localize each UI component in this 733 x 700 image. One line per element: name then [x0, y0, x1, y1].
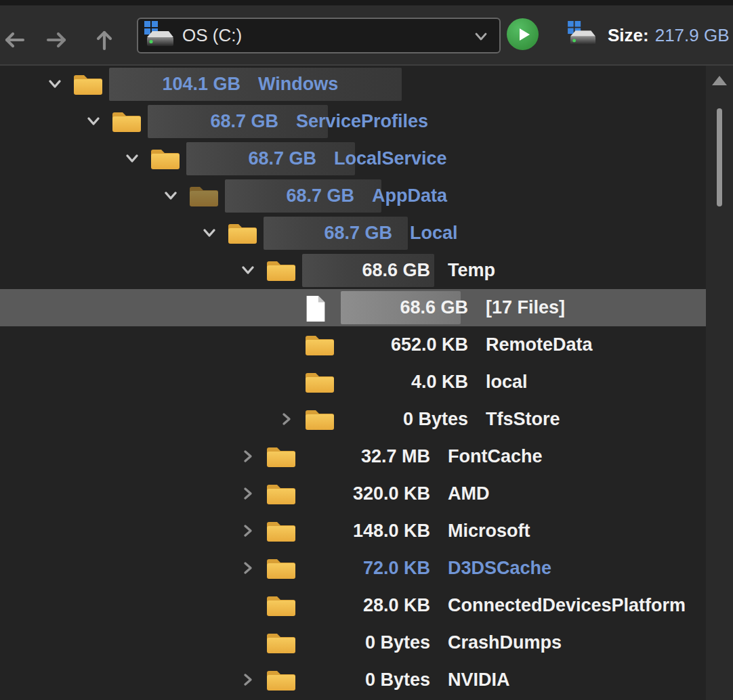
tree-row[interactable]: 104.1 GBWindows	[0, 66, 706, 103]
row-size: 4.0 KB	[411, 364, 468, 401]
row-name: AppData	[372, 177, 447, 215]
folder-icon	[266, 518, 297, 546]
folder-icon	[266, 667, 297, 695]
chevron-collapsed-icon[interactable]	[277, 410, 296, 429]
arrow-up-icon	[98, 32, 110, 49]
chevron-expanded-icon[interactable]	[238, 261, 257, 280]
arrow-right-icon	[48, 34, 64, 46]
row-size: 68.6 GB	[362, 252, 430, 289]
chevron-collapsed-icon[interactable]	[238, 559, 257, 577]
arrow-left-icon	[7, 34, 23, 46]
start-scan-button[interactable]	[507, 18, 539, 50]
tree-row[interactable]: 68.7 GBLocalService	[0, 140, 706, 177]
row-name: ConnectedDevicesPlatform	[448, 587, 686, 624]
row-name: AMD	[448, 475, 490, 512]
toolbar: OS (C:) Size: 217.9 GB	[0, 5, 733, 66]
folder-tree: 104.1 GBWindows68.7 GBServiceProfiles68.…	[0, 66, 706, 700]
chevron-down-icon	[472, 28, 490, 48]
tree-row[interactable]: 32.7 MBFontCache	[0, 438, 706, 475]
folder-icon	[266, 443, 297, 472]
row-name: ServiceProfiles	[296, 103, 428, 140]
size-summary: Size: 217.9 GB	[568, 19, 730, 51]
tree-row[interactable]: 28.0 KBConnectedDevicesPlatform	[0, 587, 706, 624]
drive-selector-value: OS (C:)	[182, 25, 242, 46]
row-name: LocalService	[334, 140, 447, 177]
row-name: TfsStore	[486, 401, 560, 438]
tree-row[interactable]: 68.7 GBServiceProfiles	[0, 103, 706, 140]
row-name: local	[486, 364, 528, 401]
tree-row[interactable]: 0 BytesCrashDumps	[0, 624, 706, 661]
usage-bar	[109, 68, 402, 101]
tree-row[interactable]: 0 BytesNVIDIA	[0, 661, 706, 699]
row-size: 0 Bytes	[365, 661, 430, 699]
row-name: [17 Files]	[486, 289, 565, 326]
row-name: RemoteData	[486, 326, 593, 364]
folder-icon	[304, 406, 335, 435]
triangle-up-icon	[712, 76, 727, 85]
drive-icon	[568, 21, 598, 51]
chevron-collapsed-icon[interactable]	[238, 670, 257, 689]
chevron-collapsed-icon[interactable]	[238, 521, 257, 540]
chevron-collapsed-icon[interactable]	[238, 484, 257, 503]
row-size: 28.0 KB	[363, 587, 430, 624]
row-size: 652.0 KB	[391, 326, 468, 364]
row-name: Microsoft	[448, 512, 530, 550]
folder-icon	[304, 332, 335, 360]
row-name: Temp	[448, 252, 495, 289]
folder-icon	[111, 108, 142, 137]
tree-row[interactable]: 68.6 GB[17 Files]	[0, 289, 706, 326]
row-name: D3DSCache	[448, 550, 551, 587]
tree-row[interactable]: 652.0 KBRemoteData	[0, 326, 706, 364]
forward-button[interactable]	[45, 28, 69, 52]
chevron-expanded-icon[interactable]	[123, 149, 142, 168]
row-size: 148.0 KB	[353, 512, 430, 550]
tree-row[interactable]: 68.7 GBAppData	[0, 177, 706, 215]
folder-icon	[266, 257, 297, 286]
row-name: CrashDumps	[448, 624, 562, 661]
folder-icon	[72, 71, 104, 100]
tree-row[interactable]: 0 BytesTfsStore	[0, 401, 706, 438]
folder-icon	[227, 220, 258, 248]
chevron-collapsed-icon[interactable]	[238, 447, 257, 466]
window-top-strip	[0, 0, 733, 5]
scroll-up-button[interactable]	[706, 70, 733, 91]
row-size: 0 Bytes	[365, 624, 430, 661]
folder-icon	[266, 555, 297, 584]
tree-row[interactable]: 68.6 GBTemp	[0, 252, 706, 289]
row-size: 68.6 GB	[400, 289, 468, 326]
file-icon	[304, 294, 327, 326]
row-size: 68.7 GB	[210, 103, 278, 140]
scrollbar-track[interactable]	[706, 66, 733, 700]
folder-icon	[188, 183, 219, 211]
row-size: 68.7 GB	[248, 140, 316, 177]
chevron-expanded-icon[interactable]	[45, 74, 64, 93]
size-label: Size:	[608, 25, 649, 46]
row-size: 32.7 MB	[361, 438, 430, 475]
chevron-expanded-icon[interactable]	[161, 186, 180, 205]
drive-selector[interactable]: OS (C:)	[137, 18, 501, 53]
row-name: Windows	[258, 66, 338, 103]
row-size: 72.0 KB	[363, 550, 430, 587]
drive-icon	[144, 21, 175, 52]
back-button[interactable]	[2, 28, 26, 52]
row-size: 320.0 KB	[353, 475, 430, 512]
row-name: NVIDIA	[448, 661, 510, 699]
up-button[interactable]	[92, 28, 117, 52]
folder-icon	[150, 146, 181, 174]
size-value: 217.9 GB	[655, 25, 730, 46]
chevron-expanded-icon[interactable]	[200, 223, 219, 242]
tree-row[interactable]: 68.7 GBLocal	[0, 215, 706, 252]
tree-row[interactable]: 4.0 KBlocal	[0, 364, 706, 401]
tree-row[interactable]: 148.0 KBMicrosoft	[0, 512, 706, 550]
chevron-expanded-icon[interactable]	[84, 112, 103, 131]
row-name: FontCache	[448, 438, 543, 475]
row-size: 104.1 GB	[162, 66, 240, 103]
row-name: Local	[410, 215, 458, 252]
tree-row[interactable]: 72.0 KBD3DSCache	[0, 550, 706, 587]
row-size: 68.7 GB	[286, 177, 354, 215]
tree-row[interactable]: 320.0 KBAMD	[0, 475, 706, 512]
folder-icon	[266, 592, 297, 621]
folder-icon	[266, 481, 297, 509]
row-size: 0 Bytes	[403, 401, 468, 438]
scrollbar-thumb[interactable]	[717, 108, 722, 206]
